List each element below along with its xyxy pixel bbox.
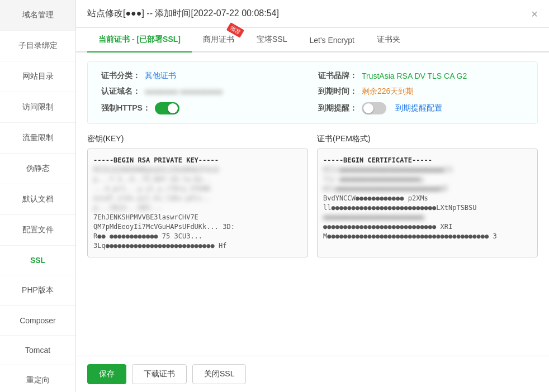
sidebar-item-access[interactable]: 访问限制 (0, 92, 75, 123)
key-line-5: p...tBiU...485... (93, 204, 302, 212)
cert-brand-value: TrustAsia RSA DV TLS CA G2 (362, 71, 467, 80)
sidebar: 域名管理 子目录绑定 网站目录 访问限制 流量限制 伪静态 默认文档 配置文件 … (0, 0, 76, 392)
save-button[interactable]: 保存 (87, 364, 126, 384)
cert-https-row: 强制HTTPS： (101, 102, 307, 114)
sidebar-item-redirect[interactable]: 重定向 (0, 365, 75, 392)
cert-line-7: ●●●●●●●●●●●●●●●●●●●●●●●●●●●● XRI (323, 223, 532, 231)
key-line-9: 3Lq●●●●●●●●●●●●●●●●●●●●●●●●●●● Hf (93, 242, 302, 250)
cert-expire-value: 剩余226天到期 (362, 87, 414, 97)
cert-expire-row: 到期时间： 剩余226天到期 (318, 87, 524, 97)
key-line-3: ...k.prt...y.ul.y.rfHry.VfH9K (93, 185, 302, 193)
download-cert-button[interactable]: 下载证书 (132, 364, 187, 384)
sidebar-item-subdir[interactable]: 子目录绑定 (0, 31, 75, 61)
cert-line-3: WYL●●●●●●●●●●●●●●●●●●●●●●●●●●NF (323, 185, 532, 193)
tab-certfolder-label: 证书夹 (377, 35, 400, 44)
cert-domain-label: 认证域名： (101, 87, 140, 97)
https-toggle[interactable] (155, 102, 179, 114)
dialog-header: 站点修改[●●●] -- 添加时间[2022-07-22 00:08:54] × (76, 0, 549, 28)
cert-https-label: 强制HTTPS： (101, 103, 150, 113)
key-line-1: MIIEvQIBADANBgkqhkiG9w0BAQ3FALB (93, 166, 302, 174)
tab-certfolder[interactable]: 证书夹 (366, 28, 411, 52)
tab-current[interactable]: 当前证书 - [已部署SSL] (87, 28, 192, 52)
footer-bar: 保存 下载证书 关闭SSL (76, 356, 549, 392)
key-line-7: QM7pMdEeoyIi7McVGuHAPsUFdUKk... 3D: (93, 223, 302, 231)
tab-letsencrypt[interactable]: Let's Encrypt (298, 29, 366, 52)
key-panel: 密钥(KEY) -----BEGIN RSA PRIVATE KEY----- … (87, 134, 308, 257)
tab-letsencrypt-label: Let's Encrypt (309, 36, 354, 45)
sidebar-item-flow[interactable]: 流量限制 (0, 123, 75, 154)
cert-reminder-row: 到期提醒： 到期提醒配置 (318, 102, 524, 114)
key-line-6: 7EhJENKSHPMVVBE3laswrCHV7E (93, 213, 302, 221)
sidebar-item-webdir[interactable]: 网站目录 (0, 61, 75, 92)
cert-line-0: -----BEGIN CERTIFICATE----- (323, 156, 532, 164)
cert-brand-row: 证书品牌： TrustAsia RSA DV TLS CA G2 (318, 71, 524, 81)
sidebar-item-composer[interactable]: Composer (0, 306, 75, 336)
sidebar-item-default[interactable]: 默认文档 (0, 184, 75, 215)
tab-baota-label: 宝塔SSL (257, 35, 287, 44)
main-panel: 站点修改[●●●] -- 添加时间[2022-07-22 00:08:54] ×… (76, 0, 549, 392)
cert-brand-label: 证书品牌： (318, 71, 357, 81)
cert-reminder-label: 到期提醒： (318, 103, 357, 113)
cert-line-4: BvdYNCCW●●●●●●●●●●●● p2XMs (323, 194, 532, 202)
cert-panel: 证书(PEM格式) -----BEGIN CERTIFICATE----- MI… (317, 134, 538, 257)
key-line-2: p...f.3..d..75.DAT.3d.la.bo.. (93, 175, 302, 183)
cert-line-1: MIIc●●●●●●●●●●●●●●●●●●●●●●●●●●33 (323, 166, 532, 174)
cert-line-8: M●●●●●●●●●●●●●●●●●●●●●●●●●●●●●●●●●●●●●●●… (323, 232, 532, 240)
key-line-8: R●● ●●●●●●●●●●●● 75 3CU3... (93, 232, 302, 240)
sidebar-item-pseudo[interactable]: 伪静态 (0, 154, 75, 184)
panels-row: 密钥(KEY) -----BEGIN RSA PRIVATE KEY----- … (87, 134, 538, 257)
cert-category-label: 证书分类： (101, 71, 140, 81)
reminder-config-link[interactable]: 到期提醒配置 (395, 103, 442, 113)
content-area: 证书分类： 其他证书 证书品牌： TrustAsia RSA DV TLS CA… (76, 52, 549, 356)
cert-expire-label: 到期时间： (318, 87, 357, 97)
cert-line-6: ●●●●●●●●●●●●●●●●●●●●●●●●● (323, 213, 532, 221)
key-textarea[interactable]: -----BEGIN RSA PRIVATE KEY----- MIIEvQIB… (87, 149, 308, 257)
cert-textarea[interactable]: -----BEGIN CERTIFICATE----- MIIc●●●●●●●●… (317, 149, 538, 257)
cert-domain-value: ●●●●●●● ●●●●●●●●● (145, 87, 223, 96)
key-line-4: esvdl.sldv.psl.hv.ldkv.phlc.. (93, 194, 302, 202)
sidebar-item-php[interactable]: PHP版本 (0, 275, 75, 306)
key-line-0: -----BEGIN RSA PRIVATE KEY----- (93, 156, 302, 164)
tab-current-label: 当前证书 - [已部署SSL] (98, 35, 181, 44)
sidebar-item-config[interactable]: 配置文件 (0, 215, 75, 246)
cert-info-card: 证书分类： 其他证书 证书品牌： TrustAsia RSA DV TLS CA… (87, 61, 538, 124)
tab-commercial-label: 商用证书 (203, 35, 234, 44)
cert-category-row: 证书分类： 其他证书 (101, 71, 307, 81)
cert-category-value[interactable]: 其他证书 (145, 71, 176, 81)
sidebar-item-tomcat[interactable]: Tomcat (0, 336, 75, 365)
cert-line-2: fiv ●●●●●●●●●●●●●●●●●●●●y (323, 175, 532, 183)
dialog-title: 站点修改[●●●] -- 添加时间[2022-07-22 00:08:54] (87, 8, 279, 20)
cert-panel-title: 证书(PEM格式) (317, 134, 538, 144)
cert-line-5: ll●●●●●●●●●●●●●●●●●●●●●●●●●●LXtNpTSBSU (323, 204, 532, 212)
close-button[interactable]: × (531, 8, 538, 20)
tabs-bar: 当前证书 - [已部署SSL] 商用证书 推荐 宝塔SSL Let's Encr… (76, 28, 549, 52)
tab-commercial[interactable]: 商用证书 推荐 (192, 28, 245, 52)
sidebar-item-ssl[interactable]: SSL (0, 246, 75, 275)
close-ssl-button[interactable]: 关闭SSL (192, 364, 246, 384)
tab-baota[interactable]: 宝塔SSL (245, 28, 298, 52)
reminder-toggle[interactable] (362, 102, 386, 114)
cert-domain-row: 认证域名： ●●●●●●● ●●●●●●●●● (101, 87, 307, 97)
key-panel-title: 密钥(KEY) (87, 134, 308, 144)
sidebar-item-domain[interactable]: 域名管理 (0, 0, 75, 31)
